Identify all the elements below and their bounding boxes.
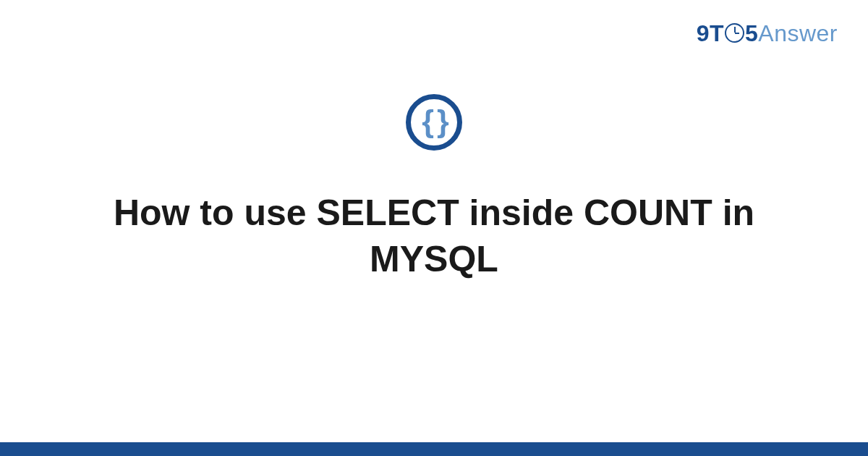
- code-badge-icon: { }: [406, 94, 462, 151]
- main-content: { } How to use SELECT inside COUNT in MY…: [0, 94, 868, 282]
- page-title: How to use SELECT inside COUNT in MYSQL: [54, 190, 814, 282]
- clock-icon: [725, 23, 744, 43]
- logo-text-5: 5: [745, 20, 758, 46]
- logo-text-9t: 9T: [697, 20, 724, 46]
- logo-text-answer: Answer: [758, 20, 838, 46]
- site-logo: 9T5Answer: [697, 20, 838, 47]
- footer-bar: [0, 442, 868, 456]
- braces-icon: { }: [422, 106, 446, 137]
